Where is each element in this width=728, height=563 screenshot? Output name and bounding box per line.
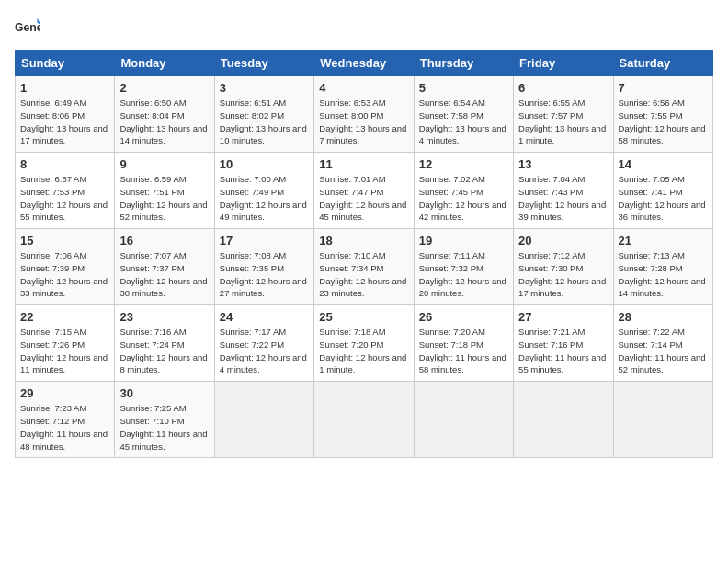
- day-cell: 1 Sunrise: 6:49 AM Sunset: 8:06 PM Dayli…: [16, 76, 115, 153]
- day-detail: Sunrise: 6:56 AM Sunset: 7:55 PM Dayligh…: [619, 97, 708, 147]
- day-number: 24: [220, 310, 309, 324]
- header-cell-thursday: Thursday: [414, 51, 513, 76]
- day-detail: Sunrise: 6:53 AM Sunset: 8:00 PM Dayligh…: [319, 97, 408, 147]
- day-cell: 21 Sunrise: 7:13 AM Sunset: 7:28 PM Dayl…: [613, 229, 712, 305]
- day-number: 8: [20, 157, 109, 171]
- day-cell: 25 Sunrise: 7:18 AM Sunset: 7:20 PM Dayl…: [314, 305, 414, 382]
- day-number: 26: [419, 310, 508, 324]
- day-cell: 23 Sunrise: 7:16 AM Sunset: 7:24 PM Dayl…: [115, 305, 214, 382]
- day-number: 3: [220, 81, 309, 95]
- week-row-4: 22 Sunrise: 7:15 AM Sunset: 7:26 PM Dayl…: [16, 305, 713, 382]
- day-detail: Sunrise: 7:11 AM Sunset: 7:32 PM Dayligh…: [419, 249, 508, 300]
- day-detail: Sunrise: 7:10 AM Sunset: 7:34 PM Dayligh…: [319, 249, 408, 300]
- day-cell: 10 Sunrise: 7:00 AM Sunset: 7:49 PM Dayl…: [214, 153, 313, 229]
- day-cell: 13 Sunrise: 7:04 AM Sunset: 7:43 PM Dayl…: [514, 153, 613, 229]
- day-number: 1: [20, 81, 109, 95]
- day-cell: 6 Sunrise: 6:55 AM Sunset: 7:57 PM Dayli…: [514, 76, 613, 153]
- day-cell: [314, 382, 414, 458]
- day-detail: Sunrise: 7:06 AM Sunset: 7:39 PM Dayligh…: [20, 249, 109, 300]
- logo: General: [15, 15, 44, 40]
- logo-icon: General: [15, 15, 40, 40]
- day-number: 23: [119, 310, 209, 324]
- day-number: 7: [619, 81, 708, 95]
- day-number: 4: [319, 81, 408, 95]
- day-cell: 16 Sunrise: 7:07 AM Sunset: 7:37 PM Dayl…: [115, 229, 214, 305]
- day-detail: Sunrise: 7:07 AM Sunset: 7:37 PM Dayligh…: [119, 249, 209, 300]
- day-number: 30: [119, 386, 209, 400]
- day-cell: 26 Sunrise: 7:20 AM Sunset: 7:18 PM Dayl…: [414, 305, 513, 382]
- day-detail: Sunrise: 7:22 AM Sunset: 7:14 PM Dayligh…: [619, 326, 708, 376]
- day-number: 29: [20, 386, 109, 400]
- day-number: 5: [419, 81, 508, 95]
- day-cell: 9 Sunrise: 6:59 AM Sunset: 7:51 PM Dayli…: [115, 153, 214, 229]
- day-cell: 11 Sunrise: 7:01 AM Sunset: 7:47 PM Dayl…: [314, 153, 414, 229]
- day-cell: 22 Sunrise: 7:15 AM Sunset: 7:26 PM Dayl…: [16, 305, 115, 382]
- day-detail: Sunrise: 6:59 AM Sunset: 7:51 PM Dayligh…: [119, 173, 209, 224]
- day-detail: Sunrise: 7:08 AM Sunset: 7:35 PM Dayligh…: [220, 249, 309, 300]
- day-cell: 14 Sunrise: 7:05 AM Sunset: 7:41 PM Dayl…: [613, 153, 712, 229]
- day-cell: [414, 382, 513, 458]
- day-detail: Sunrise: 6:50 AM Sunset: 8:04 PM Dayligh…: [119, 97, 209, 147]
- week-row-5: 29 Sunrise: 7:23 AM Sunset: 7:12 PM Dayl…: [16, 382, 713, 458]
- calendar-table: SundayMondayTuesdayWednesdayThursdayFrid…: [15, 50, 713, 458]
- day-detail: Sunrise: 6:55 AM Sunset: 7:57 PM Dayligh…: [518, 97, 608, 147]
- week-row-2: 8 Sunrise: 6:57 AM Sunset: 7:53 PM Dayli…: [16, 153, 713, 229]
- day-number: 10: [220, 157, 309, 171]
- day-cell: 3 Sunrise: 6:51 AM Sunset: 8:02 PM Dayli…: [214, 76, 313, 153]
- day-number: 18: [319, 234, 408, 247]
- day-cell: 24 Sunrise: 7:17 AM Sunset: 7:22 PM Dayl…: [214, 305, 313, 382]
- day-number: 20: [518, 234, 608, 247]
- day-number: 13: [518, 157, 608, 171]
- day-detail: Sunrise: 7:05 AM Sunset: 7:41 PM Dayligh…: [619, 173, 708, 224]
- header-cell-tuesday: Tuesday: [214, 51, 313, 76]
- day-cell: 28 Sunrise: 7:22 AM Sunset: 7:14 PM Dayl…: [613, 305, 712, 382]
- day-number: 28: [619, 310, 708, 324]
- day-cell: 17 Sunrise: 7:08 AM Sunset: 7:35 PM Dayl…: [214, 229, 313, 305]
- day-detail: Sunrise: 7:02 AM Sunset: 7:45 PM Dayligh…: [419, 173, 508, 224]
- day-detail: Sunrise: 7:13 AM Sunset: 7:28 PM Dayligh…: [619, 249, 708, 300]
- day-number: 27: [518, 310, 608, 324]
- day-cell: 27 Sunrise: 7:21 AM Sunset: 7:16 PM Dayl…: [514, 305, 613, 382]
- day-detail: Sunrise: 7:23 AM Sunset: 7:12 PM Dayligh…: [20, 402, 109, 453]
- day-detail: Sunrise: 7:20 AM Sunset: 7:18 PM Dayligh…: [419, 326, 508, 376]
- calendar-body: 1 Sunrise: 6:49 AM Sunset: 8:06 PM Dayli…: [16, 76, 713, 458]
- day-number: 16: [119, 234, 209, 247]
- day-number: 19: [419, 234, 508, 247]
- day-cell: 12 Sunrise: 7:02 AM Sunset: 7:45 PM Dayl…: [414, 153, 513, 229]
- day-number: 15: [20, 234, 109, 247]
- day-number: 21: [619, 234, 708, 247]
- calendar-header: SundayMondayTuesdayWednesdayThursdayFrid…: [16, 51, 713, 76]
- day-detail: Sunrise: 6:54 AM Sunset: 7:58 PM Dayligh…: [419, 97, 508, 147]
- day-detail: Sunrise: 7:21 AM Sunset: 7:16 PM Dayligh…: [518, 326, 608, 376]
- day-number: 2: [119, 81, 209, 95]
- day-number: 9: [119, 157, 209, 171]
- day-detail: Sunrise: 7:04 AM Sunset: 7:43 PM Dayligh…: [518, 173, 608, 224]
- day-detail: Sunrise: 7:16 AM Sunset: 7:24 PM Dayligh…: [119, 326, 209, 376]
- header-cell-friday: Friday: [514, 51, 613, 76]
- day-detail: Sunrise: 6:51 AM Sunset: 8:02 PM Dayligh…: [220, 97, 309, 147]
- day-detail: Sunrise: 6:57 AM Sunset: 7:53 PM Dayligh…: [20, 173, 109, 224]
- day-cell: 4 Sunrise: 6:53 AM Sunset: 8:00 PM Dayli…: [314, 76, 414, 153]
- week-row-1: 1 Sunrise: 6:49 AM Sunset: 8:06 PM Dayli…: [16, 76, 713, 153]
- day-cell: 8 Sunrise: 6:57 AM Sunset: 7:53 PM Dayli…: [16, 153, 115, 229]
- day-cell: [214, 382, 313, 458]
- day-cell: 2 Sunrise: 6:50 AM Sunset: 8:04 PM Dayli…: [115, 76, 214, 153]
- day-number: 17: [220, 234, 309, 247]
- day-number: 12: [419, 157, 508, 171]
- day-number: 25: [319, 310, 408, 324]
- day-detail: Sunrise: 7:00 AM Sunset: 7:49 PM Dayligh…: [220, 173, 309, 224]
- header-cell-saturday: Saturday: [613, 51, 712, 76]
- header-cell-wednesday: Wednesday: [314, 51, 414, 76]
- day-cell: 19 Sunrise: 7:11 AM Sunset: 7:32 PM Dayl…: [414, 229, 513, 305]
- header-cell-monday: Monday: [115, 51, 214, 76]
- header: General: [15, 15, 713, 40]
- day-number: 11: [319, 157, 408, 171]
- day-detail: Sunrise: 7:15 AM Sunset: 7:26 PM Dayligh…: [20, 326, 109, 376]
- day-cell: 5 Sunrise: 6:54 AM Sunset: 7:58 PM Dayli…: [414, 76, 513, 153]
- day-cell: 15 Sunrise: 7:06 AM Sunset: 7:39 PM Dayl…: [16, 229, 115, 305]
- day-number: 22: [20, 310, 109, 324]
- day-detail: Sunrise: 6:49 AM Sunset: 8:06 PM Dayligh…: [20, 97, 109, 147]
- day-cell: 30 Sunrise: 7:25 AM Sunset: 7:10 PM Dayl…: [115, 382, 214, 458]
- day-number: 6: [518, 81, 608, 95]
- svg-text:General: General: [15, 21, 40, 34]
